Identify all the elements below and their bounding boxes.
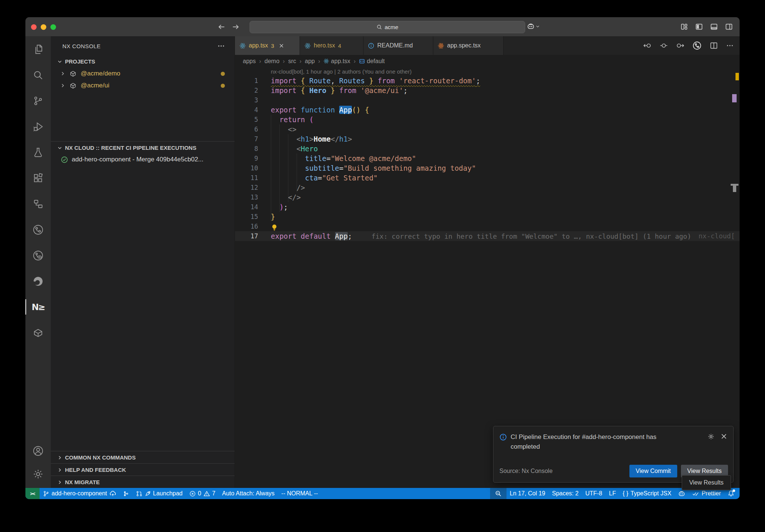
sidebar-item-project-graph[interactable] xyxy=(25,191,51,217)
sidebar-item-edge-tools[interactable] xyxy=(25,268,51,294)
sidebar-item-source-control[interactable] xyxy=(25,88,51,114)
settings-button[interactable] xyxy=(25,463,51,486)
line-number[interactable]: 14 xyxy=(235,202,258,212)
vim-mode-status-item[interactable]: -- NORMAL -- xyxy=(278,488,321,499)
lightbulb-icon[interactable] xyxy=(271,224,278,231)
blame-heading[interactable]: nx-cloud[bot], 1 hour ago | 2 authors (Y… xyxy=(235,67,740,76)
sidebar-item-extensions[interactable] xyxy=(25,165,51,191)
code-line-4[interactable]: 4export function App() { xyxy=(235,105,740,115)
gitlens-graph-icon[interactable] xyxy=(693,41,701,50)
code-editor[interactable]: nx-cloud[bot], 1 hour ago | 2 authors (Y… xyxy=(235,67,740,488)
sidebar-item-git-history[interactable] xyxy=(25,242,51,268)
tab-app-spec-tsx[interactable]: app.spec.tsx xyxy=(433,36,504,55)
code-line-17[interactable]: 17export default App;fix: correct typo i… xyxy=(235,231,740,241)
code-line-9[interactable]: 9 title="Welcome @acme/demo" xyxy=(235,154,740,163)
project-row-acme-demo[interactable]: @acme/demo xyxy=(51,68,235,80)
more-actions-icon[interactable] xyxy=(217,42,225,50)
line-number[interactable]: 17 xyxy=(235,231,258,241)
sidebar-item-run-debug[interactable] xyxy=(25,114,51,139)
line-number[interactable]: 11 xyxy=(235,173,258,183)
code-line-5[interactable]: 5 return ( xyxy=(235,115,740,124)
branch-status-item[interactable]: add-hero-component xyxy=(40,488,120,499)
code-line-6[interactable]: 6 <> xyxy=(235,124,740,134)
line-number[interactable]: 13 xyxy=(235,192,258,202)
indentation-status-item[interactable]: Spaces: 2 xyxy=(549,488,582,499)
navigate-back-icon[interactable] xyxy=(643,41,651,50)
tab-hero-tsx[interactable]: hero.tsx 4 xyxy=(300,36,363,55)
breadcrumb-item[interactable]: demo xyxy=(264,58,279,65)
command-center-search[interactable]: acme xyxy=(250,21,525,33)
line-number[interactable]: 8 xyxy=(235,144,258,154)
code-line-15[interactable]: 15} xyxy=(235,212,740,222)
sidebar-item-nx-console[interactable]: N≥ xyxy=(25,294,51,320)
code-line-8[interactable]: 8 <Hero xyxy=(235,144,740,154)
code-line-13[interactable]: 13 </> xyxy=(235,192,740,202)
tab-app-tsx[interactable]: app.tsx 3 xyxy=(235,36,300,55)
code-line-2[interactable]: 2import { Hero } from '@acme/ui'; xyxy=(235,86,740,95)
close-icon[interactable] xyxy=(279,43,284,49)
line-number[interactable]: 6 xyxy=(235,124,258,134)
zoom-window-button[interactable] xyxy=(50,24,56,30)
line-number[interactable]: 10 xyxy=(235,163,258,173)
sidebar-item-search[interactable] xyxy=(25,62,51,88)
line-number[interactable]: 1 xyxy=(235,76,258,86)
code-line-12[interactable]: 12 /> xyxy=(235,183,740,192)
tab-readme-md[interactable]: README.md xyxy=(363,36,433,55)
project-row-acme-ui[interactable]: @acme/ui xyxy=(51,80,235,92)
line-number[interactable]: 2 xyxy=(235,86,258,95)
toggle-panel-button[interactable] xyxy=(710,23,718,31)
close-window-button[interactable] xyxy=(31,24,37,30)
code-line-1[interactable]: 1import { Route, Routes } from 'react-ro… xyxy=(235,76,740,86)
customize-layout-button[interactable] xyxy=(680,23,688,31)
line-number[interactable]: 3 xyxy=(235,95,258,105)
accounts-button[interactable] xyxy=(25,439,51,463)
history-back-button[interactable] xyxy=(218,23,225,31)
view-commit-button[interactable]: View Commit xyxy=(629,465,677,477)
notification-close-icon[interactable] xyxy=(721,433,727,440)
language-status-item[interactable]: { } TypeScript JSX xyxy=(619,488,675,499)
line-number[interactable]: 15 xyxy=(235,212,258,222)
projects-section-header[interactable]: PROJECTS xyxy=(51,56,235,67)
sidebar-item-explorer[interactable] xyxy=(25,36,51,62)
breadcrumb-item[interactable]: app xyxy=(305,58,315,65)
nx-cloud-section-header[interactable]: NX CLOUD :: RECENT CI PIPELINE EXECUTION… xyxy=(51,142,235,154)
code-line-7[interactable]: 7 <h1>Home</h1> xyxy=(235,134,740,144)
encoding-status-item[interactable]: UTF-8 xyxy=(582,488,606,499)
line-number[interactable]: 7 xyxy=(235,134,258,144)
split-editor-icon[interactable] xyxy=(710,41,718,50)
navigate-forward-icon[interactable] xyxy=(676,41,684,50)
breadcrumb-item[interactable]: apps xyxy=(243,58,256,65)
cursor-position-status-item[interactable]: Ln 17, Col 19 xyxy=(507,488,549,499)
navigate-current-icon[interactable] xyxy=(660,41,668,50)
line-number[interactable]: 12 xyxy=(235,183,258,192)
sidebar-item-testing[interactable] xyxy=(25,139,51,165)
nx-migrate-header[interactable]: NX MIGRATE xyxy=(51,476,235,488)
sidebar-item-git-graph[interactable] xyxy=(25,217,51,242)
commit-graph-status-item[interactable] xyxy=(120,488,133,499)
breadcrumb-item[interactable]: src xyxy=(288,58,296,65)
zoom-status-item[interactable] xyxy=(490,488,507,499)
code-line-11[interactable]: 11 cta="Get Started" xyxy=(235,173,740,183)
code-line-3[interactable]: 3 xyxy=(235,95,740,105)
breadcrumb-item-file[interactable]: app.tsx xyxy=(323,58,350,65)
more-actions-icon[interactable] xyxy=(726,42,734,49)
eol-status-item[interactable]: LF xyxy=(606,488,619,499)
line-number[interactable]: 5 xyxy=(235,115,258,124)
sidebar-item-containers[interactable] xyxy=(25,320,51,346)
line-number[interactable]: 16 xyxy=(235,222,258,231)
history-forward-button[interactable] xyxy=(232,23,239,31)
toggle-primary-sidebar-button[interactable] xyxy=(695,23,703,31)
copilot-menu-button[interactable] xyxy=(527,22,540,30)
common-nx-commands-header[interactable]: COMMON NX COMMANDS xyxy=(51,452,235,463)
breadcrumb-item-symbol[interactable]: default xyxy=(359,58,385,65)
code-line-16[interactable]: 16 xyxy=(235,222,740,231)
line-number[interactable]: 4 xyxy=(235,105,258,115)
launchpad-status-item[interactable]: Launchpad xyxy=(133,488,186,499)
toggle-secondary-sidebar-button[interactable] xyxy=(725,23,733,31)
notification-settings-icon[interactable] xyxy=(707,433,715,440)
code-line-10[interactable]: 10 subtitle="Build something amazing tod… xyxy=(235,163,740,173)
problems-status-item[interactable]: 0 7 xyxy=(186,488,219,499)
minimize-window-button[interactable] xyxy=(41,24,46,30)
help-and-feedback-header[interactable]: HELP AND FEEDBACK xyxy=(51,464,235,476)
remote-indicator[interactable]: >< xyxy=(25,488,40,499)
